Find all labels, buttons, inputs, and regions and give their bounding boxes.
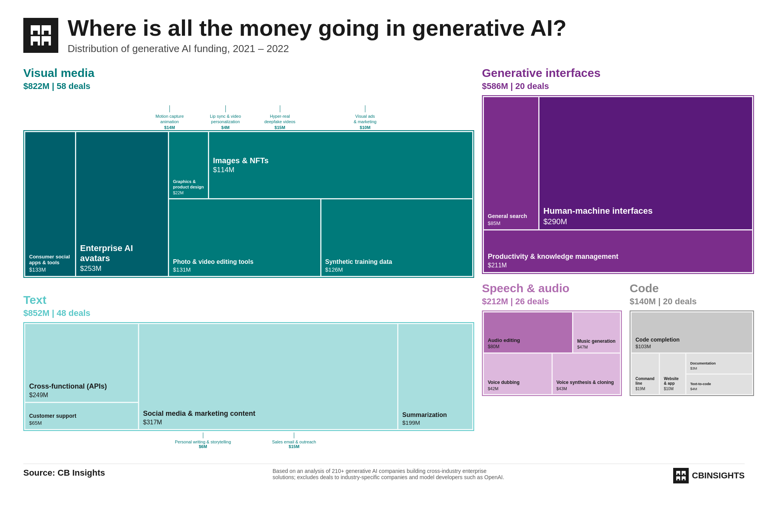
- command-line-title: Command line: [635, 377, 655, 386]
- vm-annotations: Motion captureanimation$14M Lip sync & v…: [23, 95, 474, 130]
- text-stats: $852M | 48 deals: [23, 308, 474, 318]
- customer-support-value: $65M: [29, 420, 134, 426]
- summarization-title: Summarization: [402, 411, 468, 419]
- command-line-cell: Command line $19M: [632, 354, 659, 394]
- images-nfts-cell: Images & NFTs $114M: [209, 132, 472, 198]
- documentation-value: $3M: [690, 366, 748, 370]
- left-section: Visual media $822M | 58 deals Motion cap…: [23, 66, 474, 452]
- general-search-value: $85M: [488, 220, 534, 226]
- human-machine-title: Human-machine interfaces: [543, 206, 748, 216]
- social-media-cell: Social media & marketing content $317M: [139, 324, 397, 429]
- gen-interfaces-stats: $586M | 20 deals: [482, 81, 754, 91]
- enterprise-avatars-value: $253M: [80, 265, 164, 273]
- consumer-social-cell: Consumer social apps & tools $133M: [25, 132, 75, 276]
- cross-functional-title: Cross-functional (APIs): [29, 382, 134, 391]
- graphics-cell: Graphics & product design $22M: [169, 132, 208, 198]
- website-app-cell: Website & app $10M: [660, 354, 685, 394]
- website-app-value: $10M: [664, 387, 681, 391]
- vm-bottom-spacer: [23, 279, 474, 291]
- voice-dubbing-cell: Voice dubbing $42M: [484, 354, 552, 394]
- general-search-cell: General search $85M: [484, 97, 538, 229]
- svg-rect-4: [33, 31, 38, 35]
- music-generation-value: $47M: [577, 345, 616, 349]
- music-generation-cell: Music generation $47M: [573, 312, 620, 353]
- visual-media-title: Visual media: [23, 66, 474, 80]
- cross-functional-value: $249M: [29, 392, 134, 399]
- audio-editing-cell: Audio editing $80M: [484, 312, 572, 353]
- svg-rect-6: [33, 42, 38, 45]
- hyper-real-annotation: Hyper-realdeepfake videos$15M: [264, 105, 295, 130]
- page-subtitle: Distribution of generative AI funding, 2…: [68, 43, 567, 55]
- page-title: Where is all the money going in generati…: [68, 16, 567, 40]
- visual-ads-annotation: Visual ads& marketing$10M: [354, 105, 377, 130]
- footer-logo-text: CBINSIGHTS: [692, 471, 745, 481]
- svg-rect-15: [683, 479, 685, 480]
- code-stats: $140M | 20 deals: [630, 297, 754, 307]
- consumer-social-value: $133M: [29, 267, 71, 273]
- cb-insights-logo: [23, 18, 58, 53]
- website-app-title: Website & app: [664, 377, 681, 386]
- personal-writing-annotation: Personal writing & storytelling$6M: [175, 433, 231, 449]
- synthetic-training-value: $126M: [325, 266, 469, 273]
- right-section: Generative interfaces $586M | 20 deals G…: [482, 66, 754, 452]
- text-treemap: Cross-functional (APIs) $249M Customer s…: [23, 322, 474, 431]
- svg-rect-5: [44, 31, 49, 35]
- code-completion-title: Code completion: [635, 337, 748, 343]
- productivity-cell: Productivity & knowledge management $211…: [484, 230, 752, 272]
- documentation-cell: Documentation $3M: [686, 354, 752, 373]
- lip-sync-label: Lip sync & videopersonalization$4M: [210, 114, 241, 130]
- productivity-value: $211M: [488, 262, 748, 269]
- speech-title: Speech & audio: [482, 282, 622, 295]
- enterprise-avatars-cell: Enterprise AI avatars $253M: [76, 132, 168, 276]
- svg-rect-7: [44, 42, 49, 45]
- summarization-value: $199M: [402, 419, 468, 426]
- voice-synthesis-title: Voice synthesis & cloning: [557, 380, 616, 385]
- voice-synthesis-cell: Voice synthesis & cloning $43M: [553, 354, 620, 394]
- main-content: Visual media $822M | 58 deals Motion cap…: [23, 66, 745, 452]
- productivity-title: Productivity & knowledge management: [488, 253, 748, 261]
- svg-rect-13: [683, 473, 685, 475]
- code-completion-cell: Code completion $103M: [632, 312, 752, 353]
- synthetic-training-title: Synthetic training data: [325, 258, 469, 265]
- motion-capture-annotation: Motion captureanimation$14M: [155, 105, 184, 130]
- text-to-code-cell: Text-to-code $4M: [686, 375, 752, 394]
- photo-video-value: $131M: [173, 266, 316, 273]
- audio-editing-value: $80M: [488, 344, 568, 349]
- social-media-value: $317M: [143, 419, 393, 426]
- human-machine-cell: Human-machine interfaces $290M: [539, 97, 752, 229]
- code-title: Code: [630, 282, 754, 295]
- command-line-value: $19M: [635, 387, 655, 391]
- documentation-title: Documentation: [690, 361, 748, 366]
- summarization-cell: Summarization $199M: [398, 324, 472, 429]
- hyper-real-label: Hyper-realdeepfake videos$15M: [264, 114, 295, 130]
- consumer-social-title: Consumer social apps & tools: [29, 254, 71, 266]
- graphics-title: Graphics & product design: [173, 179, 204, 189]
- enterprise-avatars-title: Enterprise AI avatars: [80, 243, 164, 264]
- gen-interfaces-title: Generative interfaces: [482, 66, 754, 80]
- visual-media-treemap: Consumer social apps & tools $133M Enter…: [23, 130, 474, 278]
- cross-functional-cell: Cross-functional (APIs) $249M: [25, 324, 138, 402]
- text-to-code-value: $4M: [690, 387, 748, 391]
- svg-rect-14: [677, 479, 679, 480]
- visual-media-stats: $822M | 58 deals: [23, 81, 474, 91]
- text-title: Text: [23, 293, 474, 307]
- footer-source: Source: CB Insights: [23, 468, 105, 478]
- page-header: Where is all the money going in generati…: [23, 16, 745, 55]
- general-search-title: General search: [488, 213, 534, 220]
- gen-interfaces-treemap: General search $85M Human-machine interf…: [482, 95, 754, 274]
- synthetic-training-cell: Synthetic training data $126M: [321, 199, 473, 276]
- footer-logo-icon: [673, 468, 689, 483]
- code-section: Code $140M | 20 deals Code completion $1…: [630, 278, 754, 396]
- sales-email-annotation: Sales email & outreach$15M: [272, 433, 316, 449]
- voice-synthesis-value: $43M: [557, 386, 616, 391]
- page-footer: Source: CB Insights Based on an analysis…: [23, 464, 745, 483]
- code-completion-value: $103M: [635, 344, 748, 349]
- music-generation-title: Music generation: [577, 338, 616, 344]
- header-text: Where is all the money going in generati…: [68, 16, 567, 55]
- source-text: Source: CB Insights: [23, 468, 105, 478]
- photo-video-title: Photo & video editing tools: [173, 258, 316, 265]
- human-machine-value: $290M: [543, 217, 748, 226]
- customer-support-title: Customer support: [29, 413, 134, 419]
- code-treemap: Code completion $103M Command line $19M …: [630, 310, 754, 396]
- text-to-code-title: Text-to-code: [690, 382, 748, 386]
